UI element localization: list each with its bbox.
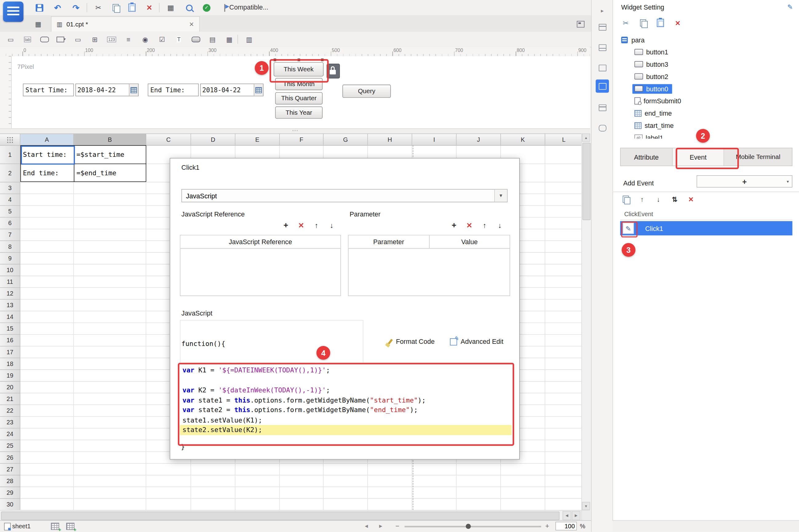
cell-B15[interactable]	[74, 323, 146, 335]
cell-A30[interactable]	[20, 499, 74, 510]
cell-B10[interactable]	[74, 264, 146, 276]
js-reference-down-icon[interactable]: ↓	[327, 221, 337, 230]
parameter-down-icon[interactable]: ↓	[495, 221, 505, 230]
cell-L4[interactable]	[545, 194, 582, 206]
cell-A26[interactable]	[20, 452, 74, 464]
column-header-E[interactable]: E	[235, 134, 280, 146]
cell-H30[interactable]	[368, 499, 412, 510]
cell-C30[interactable]	[146, 499, 191, 510]
start-time-value[interactable]: 2018-04-22	[76, 86, 129, 94]
cell-L15[interactable]	[545, 323, 582, 335]
end-time-label-widget[interactable]: End Time:	[148, 84, 199, 96]
cell-L9[interactable]	[545, 253, 582, 264]
cell-L8[interactable]	[545, 241, 582, 253]
cell-A15[interactable]	[20, 323, 74, 335]
cell-L1[interactable]	[545, 146, 582, 164]
collapse-panel-icon[interactable]: ▸	[596, 4, 609, 17]
row-header-16[interactable]: 16	[0, 335, 20, 346]
cell-B18[interactable]	[74, 358, 146, 370]
zoom-in-icon[interactable]: +	[545, 522, 549, 530]
cell-A29[interactable]	[20, 487, 74, 499]
cell-J28[interactable]	[457, 475, 501, 487]
row-header-5[interactable]: 5	[0, 206, 20, 217]
cell-A10[interactable]	[20, 264, 74, 276]
cell-C29[interactable]	[146, 487, 191, 499]
text-widget-icon[interactable]: T	[172, 34, 186, 44]
vertical-scroll-thumb[interactable]	[583, 143, 591, 220]
row-header-10[interactable]: 10	[0, 264, 20, 276]
tab-01-cpt[interactable]: ▥ 01.cpt * ✕	[51, 16, 200, 32]
cell-A21[interactable]	[20, 393, 74, 405]
tree-item-button2[interactable]: button2	[613, 71, 799, 83]
row-header-24[interactable]: 24	[0, 429, 20, 440]
button-widget-icon[interactable]	[189, 34, 202, 44]
column-header-L[interactable]: L	[545, 134, 582, 146]
cell-B9[interactable]	[74, 253, 146, 264]
row-header-18[interactable]: 18	[0, 358, 20, 370]
move-down-icon[interactable]: ↓	[654, 195, 663, 204]
cell-A7[interactable]	[20, 229, 74, 241]
horizontal-scroll-thumb[interactable]	[1, 512, 559, 520]
column-header-K[interactable]: K	[501, 134, 545, 146]
cell-C28[interactable]	[146, 475, 191, 487]
js-reference-table[interactable]: JavaScript Reference	[180, 235, 341, 296]
row-header-19[interactable]: 19	[0, 370, 20, 382]
row-header-2[interactable]: 2	[0, 164, 20, 183]
cut-button[interactable]: ✂	[92, 2, 105, 14]
cell-G28[interactable]	[324, 475, 368, 487]
cell-K27[interactable]	[501, 464, 545, 475]
cell-L22[interactable]	[545, 405, 582, 417]
cell-B12[interactable]	[74, 288, 146, 300]
template-list-icon[interactable]: ▦	[32, 18, 45, 30]
row-header-6[interactable]: 6	[0, 217, 20, 229]
sort-icon[interactable]: ⇅	[670, 195, 679, 204]
copy-button[interactable]	[109, 2, 122, 14]
app-logo[interactable]	[3, 2, 23, 22]
float-element-panel-icon[interactable]	[596, 61, 609, 74]
cell-E27[interactable]	[235, 464, 280, 475]
cell-A24[interactable]	[20, 429, 74, 440]
cell-I30[interactable]	[412, 499, 456, 510]
cell-G29[interactable]	[324, 487, 368, 499]
cell-A25[interactable]	[20, 440, 74, 452]
cell-B16[interactable]	[74, 335, 146, 346]
cell-A27[interactable]	[20, 464, 74, 475]
delete-widget-icon[interactable]: ✕	[673, 18, 682, 28]
tree-item-button0[interactable]: button0	[613, 82, 799, 95]
tree-widget-icon[interactable]: ▦	[223, 34, 236, 44]
cell-B5[interactable]	[74, 206, 146, 217]
row-header-12[interactable]: 12	[0, 288, 20, 300]
cell-L19[interactable]	[545, 370, 582, 382]
row-header-27[interactable]: 27	[0, 464, 20, 475]
cell-G30[interactable]	[324, 499, 368, 510]
row-header-23[interactable]: 23	[0, 417, 20, 429]
row-header-26[interactable]: 26	[0, 452, 20, 464]
cell-A13[interactable]	[20, 300, 74, 311]
cell-B21[interactable]	[74, 393, 146, 405]
page-next-icon[interactable]: ▶	[379, 524, 382, 528]
condition-attributes-panel-icon[interactable]	[596, 101, 609, 114]
row-header-7[interactable]: 7	[0, 229, 20, 241]
textfield-widget-icon[interactable]	[38, 34, 51, 44]
delete-event-icon[interactable]: ✕	[686, 195, 696, 204]
cell-D28[interactable]	[191, 475, 235, 487]
window-switch-icon[interactable]	[574, 18, 587, 30]
column-header-I[interactable]: I	[412, 134, 456, 146]
tree-item-end_time[interactable]: end_time	[613, 107, 799, 119]
cell-A14[interactable]	[20, 311, 74, 323]
column-header-F[interactable]: F	[280, 134, 324, 146]
row-header-17[interactable]: 17	[0, 346, 20, 358]
cell-I27[interactable]	[412, 464, 456, 475]
start-time-date-input[interactable]: 2018-04-22	[75, 84, 138, 96]
cell-B24[interactable]	[74, 429, 146, 440]
cell-L13[interactable]	[545, 300, 582, 311]
chevron-down-icon[interactable]: ▼	[494, 189, 507, 202]
row-header-15[interactable]: 15	[0, 323, 20, 335]
row-header-14[interactable]: 14	[0, 311, 20, 323]
cell-L5[interactable]	[545, 206, 582, 217]
add-event-button[interactable]: +▾	[697, 175, 792, 188]
cell-L23[interactable]	[545, 417, 582, 429]
cell-B3[interactable]	[74, 182, 146, 194]
cell-D27[interactable]	[191, 464, 235, 475]
radio-widget-icon[interactable]: ◉	[139, 34, 152, 44]
